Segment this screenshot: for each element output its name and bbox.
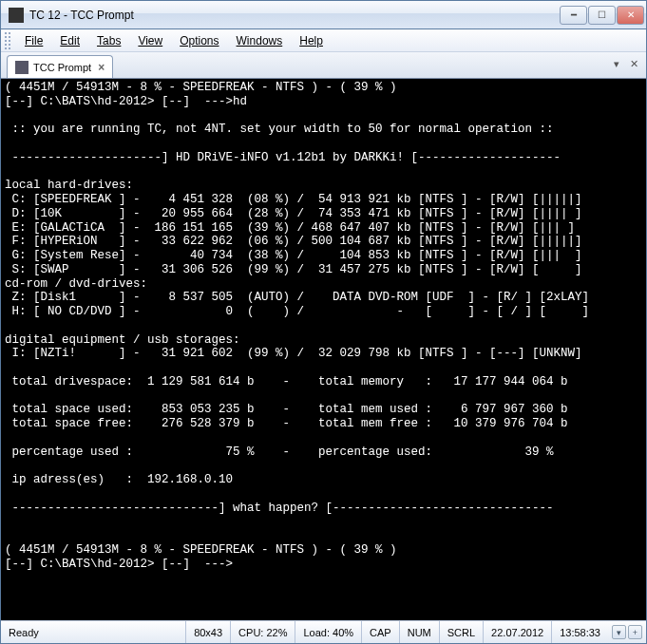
terminal-line: digital equipment / usb storages: <box>5 333 642 348</box>
menu-file[interactable]: File <box>16 31 51 50</box>
terminal-line <box>5 487 642 502</box>
terminal-line: :: you are running TC, not 4NT. set your… <box>5 123 642 137</box>
menu-grip[interactable] <box>5 32 10 49</box>
terminal-line: I: [NZTi! ] - 31 921 602 (99 %) / 32 029… <box>5 347 642 361</box>
maximize-button[interactable]: ☐ <box>588 6 616 25</box>
status-cap: CAP <box>361 621 399 643</box>
terminal-line <box>5 389 642 404</box>
tab-label: TCC Prompt <box>33 62 91 73</box>
terminal-line: ( 4451M / 54913M - 8 % - SPEEDFREAK - NT… <box>5 543 642 558</box>
tab-close-all-icon[interactable]: ✕ <box>627 58 640 71</box>
tab-tcc-prompt[interactable]: TCC Prompt × <box>7 55 113 78</box>
terminal-line <box>5 319 642 333</box>
terminal-line <box>5 515 642 529</box>
terminal-line <box>5 459 642 473</box>
status-dimensions: 80x43 <box>185 621 230 643</box>
terminal-line: ( 4451M / 54913M - 8 % - SPEEDFREAK - NT… <box>5 81 642 95</box>
tab-dropdown-icon[interactable]: ▾ <box>610 58 623 71</box>
menu-view[interactable]: View <box>129 31 171 50</box>
terminal-icon <box>15 61 29 74</box>
status-num: NUM <box>399 621 439 643</box>
terminal-line: total space free: 276 528 379 b - total … <box>5 417 642 431</box>
tabstrip: TCC Prompt × ▾ ✕ <box>1 52 646 79</box>
terminal-line: [--] C:\BATS\hd-2012> [--] ---> <box>5 558 642 572</box>
minimize-button[interactable]: ━ <box>560 6 587 25</box>
terminal-line <box>5 529 642 543</box>
status-date: 22.07.2012 <box>483 621 551 643</box>
terminal-line <box>5 109 642 123</box>
status-scroll-buttons: ▾ + <box>608 625 646 639</box>
terminal-line: ip adress(es) : 192.168.0.10 <box>5 473 642 487</box>
terminal-line: percentage used : 75 % - percentage used… <box>5 445 642 460</box>
tab-close-icon[interactable]: × <box>98 61 105 74</box>
terminal-line: cd-rom / dvd-drives: <box>5 277 642 292</box>
tabstrip-controls: ▾ ✕ <box>610 58 640 71</box>
terminal-line: -----------------------------] what happ… <box>5 502 642 516</box>
app-icon <box>9 8 24 23</box>
terminal-line: Z: [Disk1 ] - 8 537 505 (AUTO) / DATA DV… <box>5 291 642 305</box>
terminal-line: ---------------------] HD DRiVE-iNFO v1.… <box>5 151 642 165</box>
menu-help[interactable]: Help <box>291 31 332 50</box>
terminal-line: local hard-drives: <box>5 179 642 193</box>
terminal-line <box>5 361 642 375</box>
close-button[interactable]: ✕ <box>617 6 644 25</box>
terminal-line: [--] C:\BATS\hd-2012> [--] --->hd <box>5 95 642 109</box>
terminal-line: G: [System Rese] - 40 734 (38 %) / 104 8… <box>5 249 642 263</box>
titlebar[interactable]: TC 12 - TCC Prompt ━ ☐ ✕ <box>1 1 646 29</box>
terminal-line: H: [ NO CD/DVD ] - 0 ( ) / - [ ] - [ / ]… <box>5 305 642 319</box>
status-cpu: CPU: 22% <box>230 621 295 643</box>
terminal-line: F: [HYPERiON ] - 33 622 962 (06 %) / 500… <box>5 235 642 249</box>
window-controls: ━ ☐ ✕ <box>560 6 644 25</box>
status-load: Load: 40% <box>295 621 361 643</box>
zoom-button[interactable]: + <box>628 625 642 639</box>
terminal-line <box>5 431 642 445</box>
status-ready: Ready <box>1 621 185 643</box>
terminal-line: total space used: 853 053 235 b - total … <box>5 403 642 417</box>
app-window: TC 12 - TCC Prompt ━ ☐ ✕ File Edit Tabs … <box>0 0 647 644</box>
terminal-line <box>5 137 642 151</box>
terminal-line: S: [SWAP ] - 31 306 526 (99 %) / 31 457 … <box>5 263 642 277</box>
scroll-down-button[interactable]: ▾ <box>612 625 626 639</box>
menubar: File Edit Tabs View Options Windows Help <box>1 29 646 52</box>
menu-edit[interactable]: Edit <box>51 31 88 50</box>
terminal-line <box>5 165 642 180</box>
status-time: 13:58:33 <box>551 621 608 643</box>
terminal-output[interactable]: ( 4451M / 54913M - 8 % - SPEEDFREAK - NT… <box>1 79 646 620</box>
menu-options[interactable]: Options <box>171 31 227 50</box>
terminal-line: D: [10K ] - 20 955 664 (28 %) / 74 353 4… <box>5 207 642 221</box>
terminal-line: E: [GALACTiCA ] - 186 151 165 (39 %) / 4… <box>5 221 642 236</box>
window-title: TC 12 - TCC Prompt <box>29 9 560 22</box>
menu-tabs[interactable]: Tabs <box>88 31 129 50</box>
menu-windows[interactable]: Windows <box>228 31 292 50</box>
terminal-line: C: [SPEEDFREAK ] - 4 451 328 (08 %) / 54… <box>5 193 642 207</box>
status-scrl: SCRL <box>439 621 483 643</box>
terminal-line: total drivespace: 1 129 581 614 b - tota… <box>5 375 642 389</box>
statusbar: Ready 80x43 CPU: 22% Load: 40% CAP NUM S… <box>1 620 646 643</box>
